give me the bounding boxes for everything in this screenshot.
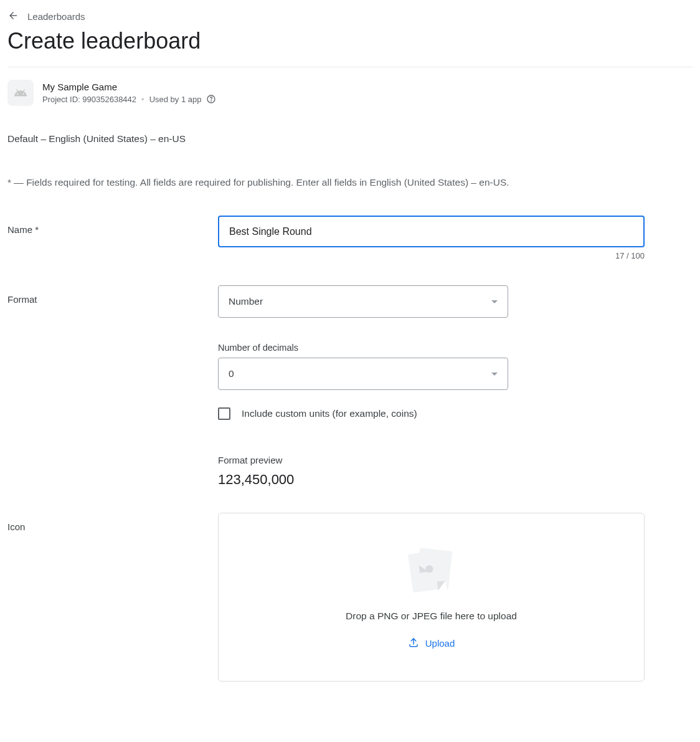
project-id: Project ID: 990352638442 bbox=[42, 95, 136, 104]
chevron-down-icon bbox=[491, 373, 498, 376]
page-title: Create leaderboard bbox=[7, 28, 693, 54]
dropzone-text: Drop a PNG or JPEG file here to upload bbox=[346, 611, 517, 622]
name-label: Name * bbox=[7, 216, 218, 235]
file-stack-icon bbox=[407, 551, 456, 594]
upload-label: Upload bbox=[425, 638, 455, 649]
custom-units-label: Include custom units (for example, coins… bbox=[242, 408, 417, 419]
format-select[interactable]: Number bbox=[218, 285, 508, 318]
game-name: My Sample Game bbox=[42, 82, 216, 92]
arrow-left-icon bbox=[7, 10, 19, 23]
format-preview-value: 123,450,000 bbox=[218, 472, 645, 488]
game-header: My Sample Game Project ID: 990352638442 … bbox=[7, 80, 693, 106]
chevron-down-icon bbox=[491, 300, 498, 303]
svg-point-1 bbox=[211, 101, 212, 102]
icon-label: Icon bbox=[7, 513, 218, 532]
format-value: Number bbox=[229, 296, 263, 307]
upload-button[interactable]: Upload bbox=[408, 637, 455, 650]
android-icon bbox=[7, 80, 34, 106]
used-by: Used by 1 app bbox=[149, 95, 202, 104]
format-label: Format bbox=[7, 285, 218, 305]
help-icon[interactable] bbox=[206, 94, 216, 105]
decimals-select[interactable]: 0 bbox=[218, 358, 508, 390]
decimals-label: Number of decimals bbox=[218, 343, 645, 353]
format-preview-label: Format preview bbox=[218, 455, 645, 465]
custom-units-checkbox[interactable] bbox=[218, 407, 230, 420]
breadcrumb-back[interactable]: Leaderboards bbox=[7, 10, 693, 23]
divider bbox=[7, 67, 693, 67]
separator-dot: • bbox=[141, 95, 144, 104]
upload-icon bbox=[408, 637, 419, 650]
locale-text: Default – English (United States) – en-U… bbox=[7, 133, 693, 145]
name-char-counter: 17 / 100 bbox=[218, 251, 645, 260]
required-fields-hint: * — Fields required for testing. All fie… bbox=[7, 177, 693, 188]
breadcrumb-label: Leaderboards bbox=[27, 11, 85, 22]
decimals-value: 0 bbox=[229, 368, 234, 379]
name-input[interactable] bbox=[218, 216, 645, 247]
icon-dropzone[interactable]: Drop a PNG or JPEG file here to upload U… bbox=[218, 513, 645, 682]
